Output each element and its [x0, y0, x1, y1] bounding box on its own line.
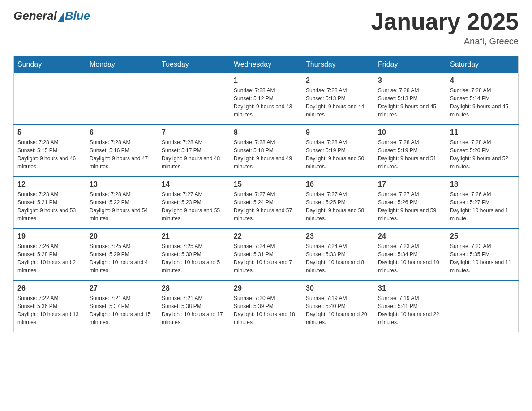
day-info: Sunrise: 7:28 AMSunset: 5:19 PMDaylight:…	[378, 138, 442, 171]
day-number: 21	[162, 232, 226, 240]
day-info: Sunrise: 7:19 AMSunset: 5:40 PMDaylight:…	[306, 294, 370, 326]
day-number: 17	[378, 180, 442, 188]
calendar-cell	[446, 280, 519, 332]
day-info: Sunrise: 7:26 AMSunset: 5:28 PMDaylight:…	[17, 242, 82, 274]
day-number: 12	[17, 180, 82, 188]
day-info: Sunrise: 7:20 AMSunset: 5:39 PMDaylight:…	[234, 294, 298, 326]
calendar-cell: 27Sunrise: 7:21 AMSunset: 5:37 PMDayligh…	[86, 280, 158, 332]
calendar-week-row: 5Sunrise: 7:28 AMSunset: 5:15 PMDaylight…	[14, 124, 519, 176]
day-info: Sunrise: 7:27 AMSunset: 5:26 PMDaylight:…	[378, 190, 442, 223]
day-info: Sunrise: 7:23 AMSunset: 5:34 PMDaylight:…	[378, 242, 442, 274]
day-number: 2	[306, 77, 370, 85]
logo: General Blue	[13, 9, 90, 23]
day-of-week-header: Friday	[374, 56, 446, 73]
calendar-cell: 24Sunrise: 7:23 AMSunset: 5:34 PMDayligh…	[374, 228, 446, 280]
day-number: 3	[378, 77, 442, 85]
calendar-cell: 7Sunrise: 7:28 AMSunset: 5:17 PMDaylight…	[158, 124, 230, 176]
calendar-cell: 13Sunrise: 7:28 AMSunset: 5:22 PMDayligh…	[86, 176, 158, 228]
day-of-week-header: Wednesday	[230, 56, 302, 73]
calendar-cell	[158, 73, 230, 124]
day-number: 15	[234, 180, 298, 188]
calendar-header-row: SundayMondayTuesdayWednesdayThursdayFrid…	[14, 56, 519, 73]
day-info: Sunrise: 7:21 AMSunset: 5:37 PMDaylight:…	[90, 294, 154, 326]
calendar-cell: 9Sunrise: 7:28 AMSunset: 5:19 PMDaylight…	[302, 124, 374, 176]
day-of-week-header: Tuesday	[158, 56, 230, 73]
day-number: 26	[17, 284, 82, 292]
day-number: 8	[234, 128, 298, 137]
page-header: General Blue January 2025 Anafi, Greece	[13, 9, 519, 47]
day-info: Sunrise: 7:26 AMSunset: 5:27 PMDaylight:…	[450, 190, 515, 223]
day-number: 22	[234, 232, 298, 240]
day-number: 28	[162, 284, 226, 292]
day-info: Sunrise: 7:19 AMSunset: 5:41 PMDaylight:…	[378, 294, 442, 326]
calendar-cell: 10Sunrise: 7:28 AMSunset: 5:19 PMDayligh…	[374, 124, 446, 176]
day-number: 13	[90, 180, 154, 188]
calendar-cell: 18Sunrise: 7:26 AMSunset: 5:27 PMDayligh…	[446, 176, 519, 228]
location-text: Anafi, Greece	[371, 36, 519, 47]
day-number: 31	[378, 284, 442, 292]
day-info: Sunrise: 7:28 AMSunset: 5:21 PMDaylight:…	[17, 190, 82, 223]
day-info: Sunrise: 7:25 AMSunset: 5:29 PMDaylight:…	[90, 242, 154, 274]
calendar-cell	[86, 73, 158, 124]
day-info: Sunrise: 7:28 AMSunset: 5:12 PMDaylight:…	[234, 86, 298, 119]
calendar-cell: 5Sunrise: 7:28 AMSunset: 5:15 PMDaylight…	[14, 124, 86, 176]
day-info: Sunrise: 7:27 AMSunset: 5:23 PMDaylight:…	[162, 190, 226, 223]
calendar-cell: 20Sunrise: 7:25 AMSunset: 5:29 PMDayligh…	[86, 228, 158, 280]
day-of-week-header: Thursday	[302, 56, 374, 73]
logo-triangle-icon	[58, 12, 64, 22]
day-info: Sunrise: 7:28 AMSunset: 5:22 PMDaylight:…	[90, 190, 154, 223]
day-number: 30	[306, 284, 370, 292]
calendar-cell: 31Sunrise: 7:19 AMSunset: 5:41 PMDayligh…	[374, 280, 446, 332]
day-number: 7	[162, 128, 226, 137]
calendar-cell: 15Sunrise: 7:27 AMSunset: 5:24 PMDayligh…	[230, 176, 302, 228]
day-number: 23	[306, 232, 370, 240]
day-number: 16	[306, 180, 370, 188]
day-info: Sunrise: 7:28 AMSunset: 5:19 PMDaylight:…	[306, 138, 370, 171]
calendar-cell: 8Sunrise: 7:28 AMSunset: 5:18 PMDaylight…	[230, 124, 302, 176]
day-info: Sunrise: 7:28 AMSunset: 5:14 PMDaylight:…	[450, 86, 515, 119]
day-info: Sunrise: 7:28 AMSunset: 5:13 PMDaylight:…	[306, 86, 370, 119]
month-title: January 2025	[371, 9, 519, 34]
calendar-cell: 3Sunrise: 7:28 AMSunset: 5:13 PMDaylight…	[374, 73, 446, 124]
day-number: 18	[450, 180, 515, 188]
title-block: January 2025 Anafi, Greece	[371, 9, 519, 47]
calendar-cell: 28Sunrise: 7:21 AMSunset: 5:38 PMDayligh…	[158, 280, 230, 332]
day-number: 29	[234, 284, 298, 292]
day-number: 14	[162, 180, 226, 188]
day-info: Sunrise: 7:22 AMSunset: 5:36 PMDaylight:…	[17, 294, 82, 326]
calendar-cell: 23Sunrise: 7:24 AMSunset: 5:33 PMDayligh…	[302, 228, 374, 280]
day-info: Sunrise: 7:24 AMSunset: 5:31 PMDaylight:…	[234, 242, 298, 274]
calendar-cell: 2Sunrise: 7:28 AMSunset: 5:13 PMDaylight…	[302, 73, 374, 124]
day-info: Sunrise: 7:25 AMSunset: 5:30 PMDaylight:…	[162, 242, 226, 274]
calendar-cell: 4Sunrise: 7:28 AMSunset: 5:14 PMDaylight…	[446, 73, 519, 124]
logo-general-text: General	[13, 9, 57, 23]
calendar-cell: 29Sunrise: 7:20 AMSunset: 5:39 PMDayligh…	[230, 280, 302, 332]
day-info: Sunrise: 7:28 AMSunset: 5:13 PMDaylight:…	[378, 86, 442, 119]
day-of-week-header: Sunday	[14, 56, 86, 73]
day-info: Sunrise: 7:21 AMSunset: 5:38 PMDaylight:…	[162, 294, 226, 326]
day-number: 1	[234, 77, 298, 85]
calendar-cell: 26Sunrise: 7:22 AMSunset: 5:36 PMDayligh…	[14, 280, 86, 332]
logo-blue-text: Blue	[65, 9, 90, 23]
calendar-cell: 22Sunrise: 7:24 AMSunset: 5:31 PMDayligh…	[230, 228, 302, 280]
calendar-cell: 6Sunrise: 7:28 AMSunset: 5:16 PMDaylight…	[86, 124, 158, 176]
day-number: 20	[90, 232, 154, 240]
day-number: 9	[306, 128, 370, 137]
day-number: 27	[90, 284, 154, 292]
calendar-week-row: 12Sunrise: 7:28 AMSunset: 5:21 PMDayligh…	[14, 176, 519, 228]
calendar-cell: 12Sunrise: 7:28 AMSunset: 5:21 PMDayligh…	[14, 176, 86, 228]
calendar-week-row: 26Sunrise: 7:22 AMSunset: 5:36 PMDayligh…	[14, 280, 519, 332]
day-number: 5	[17, 128, 82, 137]
day-info: Sunrise: 7:28 AMSunset: 5:15 PMDaylight:…	[17, 138, 82, 171]
calendar-cell	[14, 73, 86, 124]
day-info: Sunrise: 7:28 AMSunset: 5:17 PMDaylight:…	[162, 138, 226, 171]
day-info: Sunrise: 7:28 AMSunset: 5:16 PMDaylight:…	[90, 138, 154, 171]
day-info: Sunrise: 7:24 AMSunset: 5:33 PMDaylight:…	[306, 242, 370, 274]
day-info: Sunrise: 7:28 AMSunset: 5:20 PMDaylight:…	[450, 138, 515, 171]
calendar-week-row: 19Sunrise: 7:26 AMSunset: 5:28 PMDayligh…	[14, 228, 519, 280]
day-number: 24	[378, 232, 442, 240]
calendar-cell: 1Sunrise: 7:28 AMSunset: 5:12 PMDaylight…	[230, 73, 302, 124]
day-info: Sunrise: 7:27 AMSunset: 5:24 PMDaylight:…	[234, 190, 298, 223]
day-of-week-header: Monday	[86, 56, 158, 73]
calendar-cell: 25Sunrise: 7:23 AMSunset: 5:35 PMDayligh…	[446, 228, 519, 280]
